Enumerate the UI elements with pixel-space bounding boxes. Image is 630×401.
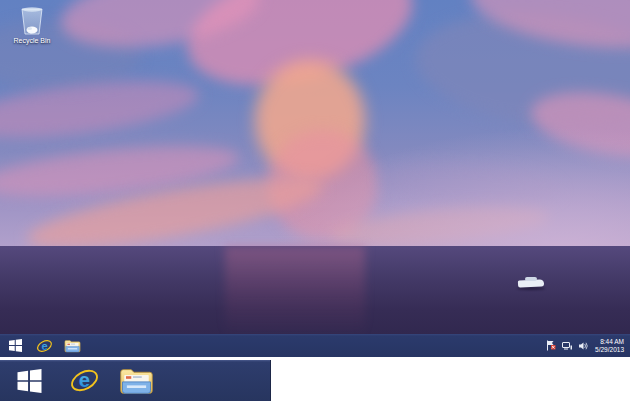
cloud <box>255 60 365 180</box>
windows-logo-icon <box>8 339 23 352</box>
clock-time: 8:44 AM <box>595 338 624 346</box>
zoom-file-explorer[interactable] <box>110 360 162 401</box>
start-button[interactable] <box>0 334 30 357</box>
taskbar-internet-explorer[interactable]: e <box>30 334 58 357</box>
cloud <box>268 130 378 240</box>
sunset-reflection <box>225 246 365 336</box>
recycle-bin-glyph <box>19 6 45 36</box>
svg-text:e: e <box>78 369 89 391</box>
svg-text:e: e <box>41 339 47 351</box>
file-explorer-icon <box>64 339 81 353</box>
taskbar: e <box>0 334 630 357</box>
clock-date: 5/29/2013 <box>595 346 624 354</box>
tray-clock[interactable]: 8:44 AM 5/29/2013 <box>593 338 628 354</box>
zoom-internet-explorer[interactable]: e <box>58 360 110 401</box>
internet-explorer-icon: e <box>69 366 100 395</box>
system-tray: 8:44 AM 5/29/2013 <box>545 334 628 357</box>
action-center-flag-icon[interactable] <box>545 339 557 353</box>
network-icon[interactable] <box>561 339 573 353</box>
desktop: Recycle Bin e <box>0 0 630 357</box>
recycle-bin-label: Recycle Bin <box>8 37 56 45</box>
windows-logo-icon <box>16 369 43 393</box>
cloud <box>329 200 551 246</box>
recycle-bin-icon[interactable]: Recycle Bin <box>8 6 56 45</box>
taskbar-zoom-strip: e <box>0 360 271 401</box>
wallpaper-sky <box>0 0 630 246</box>
volume-icon[interactable] <box>577 339 589 353</box>
cloud <box>379 159 561 211</box>
ship <box>516 277 546 291</box>
taskbar-file-explorer[interactable] <box>58 334 86 357</box>
internet-explorer-icon: e <box>36 338 53 354</box>
zoom-start-button[interactable] <box>0 360 58 401</box>
file-explorer-icon <box>119 367 154 395</box>
